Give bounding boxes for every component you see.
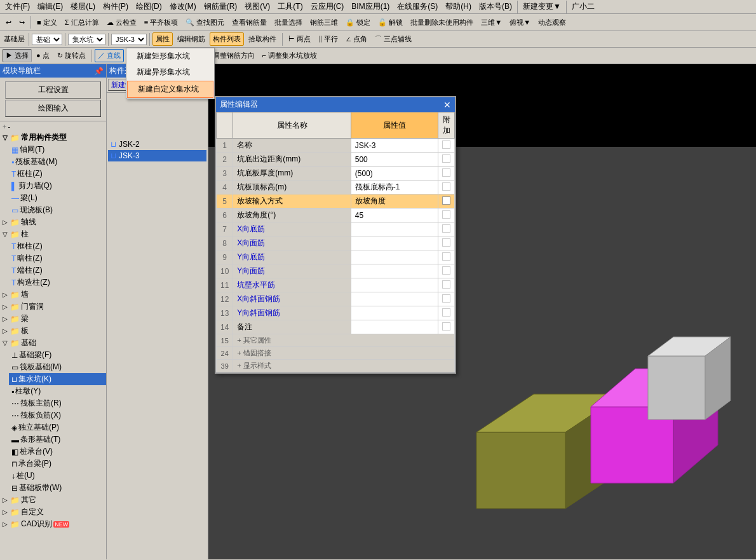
menu-draw[interactable]: 绘图(D) bbox=[132, 0, 166, 13]
prop-row-attach[interactable] bbox=[438, 208, 455, 222]
prop-group-label[interactable]: + 其它属性 bbox=[233, 334, 455, 347]
menu-user[interactable]: 广小二 bbox=[568, 0, 598, 13]
attach-checkbox[interactable] bbox=[442, 196, 450, 205]
attach-checkbox[interactable] bbox=[442, 140, 450, 149]
tree-found-folder[interactable]: ▽ 📁 基础 bbox=[0, 337, 106, 349]
prop-row-attach[interactable] bbox=[438, 236, 455, 250]
tree-other-folder[interactable]: ▷ 📁 其它 bbox=[0, 494, 106, 506]
tree-shear-wall[interactable]: ▌ 剪力墙(Q) bbox=[9, 180, 106, 192]
tree-common-comp[interactable]: ▽ 📁 常用构件类型 bbox=[0, 132, 106, 144]
tree-pier[interactable]: ▪ 柱墩(Y) bbox=[9, 385, 106, 397]
tree-wall-folder[interactable]: ▷ 📁 墙 bbox=[0, 289, 106, 301]
expand-axis-icon[interactable]: ▷ bbox=[3, 219, 10, 226]
prop-row-value[interactable] bbox=[351, 236, 438, 250]
tree-cad-folder[interactable]: ▷ 📁 CAD识别 NEW bbox=[0, 518, 106, 530]
tree-door-folder[interactable]: ▷ 📁 门窗洞 bbox=[0, 301, 106, 313]
tb-pick-comp[interactable]: 拾取构件 bbox=[245, 32, 280, 46]
prop-row-value[interactable] bbox=[351, 278, 438, 292]
tree-cap-beam[interactable]: ⊓ 承台梁(P) bbox=[9, 458, 106, 470]
prop-row-name[interactable]: Y向斜面钢筋 bbox=[233, 306, 351, 320]
prop-row-attach[interactable] bbox=[438, 292, 455, 306]
prop-row-attach[interactable] bbox=[438, 320, 455, 334]
expand-col-icon[interactable]: ▽ bbox=[3, 231, 10, 238]
prop-row-attach[interactable] bbox=[438, 167, 455, 181]
tb-find-elem[interactable]: 🔍 查找图元 bbox=[182, 16, 227, 29]
prop-row-value[interactable]: 放坡角度 bbox=[351, 195, 438, 208]
prop-row-value[interactable] bbox=[351, 222, 438, 236]
attach-checkbox[interactable] bbox=[442, 308, 450, 317]
prop-row-value[interactable] bbox=[351, 264, 438, 278]
tb-comp-list[interactable]: 构件列表 bbox=[210, 32, 244, 46]
layer-select[interactable]: 基础 bbox=[32, 34, 62, 45]
tree-struct-col[interactable]: T 构造柱(Z) bbox=[9, 277, 106, 289]
prop-row-attach[interactable] bbox=[438, 250, 455, 264]
prop-row-attach[interactable] bbox=[438, 195, 455, 208]
attach-checkbox[interactable] bbox=[442, 154, 450, 163]
prop-row-name[interactable]: X向面筋 bbox=[233, 236, 351, 250]
attach-checkbox[interactable] bbox=[442, 210, 450, 219]
tb-batch-del[interactable]: 批量删除未使用构件 bbox=[407, 16, 476, 29]
attach-checkbox[interactable] bbox=[442, 322, 450, 331]
prop-row-attach[interactable] bbox=[438, 139, 455, 153]
comp-name-select[interactable]: JSK-3 bbox=[111, 34, 147, 45]
menu-file[interactable]: 文件(F) bbox=[1, 0, 34, 13]
attach-checkbox[interactable] bbox=[442, 280, 450, 289]
menu-edit[interactable]: 编辑(E) bbox=[34, 0, 67, 13]
menu-rebar[interactable]: 钢筋量(R) bbox=[200, 0, 241, 13]
tb-redo[interactable]: ↪ bbox=[16, 17, 28, 29]
menu-floor[interactable]: 楼层(L) bbox=[67, 0, 99, 13]
attach-checkbox[interactable] bbox=[442, 182, 450, 191]
tb-point-draw[interactable]: ● 点 bbox=[33, 49, 53, 62]
menu-help[interactable]: 帮助(H) bbox=[442, 0, 475, 13]
menu-new-custom-sump[interactable]: 新建自定义集水坑 bbox=[127, 81, 213, 98]
prop-row-name[interactable]: X向底筋 bbox=[233, 222, 351, 236]
tree-col-folder[interactable]: ▽ 📁 柱 bbox=[0, 228, 106, 240]
prop-row-value[interactable] bbox=[351, 320, 438, 334]
menu-new-poly-sump[interactable]: 新建异形集水坑 bbox=[126, 64, 214, 80]
attach-checkbox[interactable] bbox=[442, 168, 450, 177]
prop-row-name[interactable]: Y向底筋 bbox=[233, 250, 351, 264]
tree-raft-neg-rebar[interactable]: ⋯ 筏板负筋(X) bbox=[9, 409, 106, 421]
tree-sump[interactable]: ⊔ 集水坑(K) bbox=[9, 373, 106, 385]
attach-checkbox[interactable] bbox=[442, 224, 450, 233]
tb-adj-slope[interactable]: ⌐ 调整集水坑放坡 bbox=[259, 49, 320, 62]
tb-lock[interactable]: 🔒 锁定 bbox=[342, 16, 374, 29]
menu-bim[interactable]: BIM应用(1) bbox=[348, 0, 393, 13]
prop-row-value[interactable] bbox=[351, 306, 438, 320]
prop-row-value[interactable]: JSK-3 bbox=[351, 139, 438, 153]
prop-row-name[interactable]: X向斜面钢筋 bbox=[233, 292, 351, 306]
prop-row-value[interactable]: 筏板底标高-1 bbox=[351, 181, 438, 195]
tree-pile-cap[interactable]: ◧ 桩承台(V) bbox=[9, 446, 106, 458]
tree-axis-folder[interactable]: ▷ 📁 轴线 bbox=[0, 216, 106, 228]
menu-cloud[interactable]: 云应用(C) bbox=[307, 0, 348, 13]
attach-checkbox[interactable] bbox=[442, 238, 450, 247]
tb-parallel[interactable]: ∥ 平行 bbox=[315, 32, 341, 46]
tree-pile[interactable]: ↓ 桩(U) bbox=[9, 470, 106, 482]
prop-row-value[interactable]: 45 bbox=[351, 208, 438, 222]
prop-row-value[interactable] bbox=[351, 292, 438, 306]
prop-row-name[interactable]: 坑壁水平筋 bbox=[233, 278, 351, 292]
comp-item-jsk3[interactable]: ⊔ JSK-3 bbox=[108, 150, 206, 161]
tree-beam[interactable]: — 梁(L) bbox=[9, 192, 106, 204]
tree-found-slab-band[interactable]: ⊟ 基础板带(W) bbox=[9, 482, 106, 494]
tb-select[interactable]: ▶ 选择 bbox=[3, 49, 32, 62]
tree-cast-slab[interactable]: ▭ 现浇板(B) bbox=[9, 204, 106, 216]
prop-group-label[interactable]: + 显示样式 bbox=[233, 360, 455, 372]
tb-line[interactable]: ／ 直线 bbox=[95, 49, 124, 62]
prop-dialog-close[interactable]: ✕ bbox=[443, 100, 451, 110]
tb-batch-select[interactable]: 批量选择 bbox=[271, 16, 306, 29]
tb-define[interactable]: ■ 定义 bbox=[34, 16, 60, 29]
menu-online[interactable]: 在线服务(S) bbox=[393, 0, 442, 13]
tb-top-view[interactable]: 俯视▼ bbox=[506, 16, 534, 29]
tree-beam-folder[interactable]: ▷ 📁 梁 bbox=[0, 313, 106, 325]
tb-3d[interactable]: 三维▼ bbox=[478, 16, 505, 29]
prop-row-attach[interactable] bbox=[438, 264, 455, 278]
tree-frame-col[interactable]: T 框柱(Z) bbox=[9, 168, 106, 180]
attach-checkbox[interactable] bbox=[442, 252, 450, 261]
tb-unlock[interactable]: 🔓 解锁 bbox=[375, 16, 406, 29]
menu-version[interactable]: 版本号(B) bbox=[475, 0, 516, 13]
tree-frame-col2[interactable]: T 框柱(Z) bbox=[9, 240, 106, 252]
sidebar-pin[interactable]: 📌 bbox=[94, 67, 104, 76]
comp-item-jsk2[interactable]: ⊔ JSK-2 bbox=[108, 139, 206, 150]
tb-cloud-check[interactable]: ☁ 云检查 bbox=[104, 16, 140, 29]
